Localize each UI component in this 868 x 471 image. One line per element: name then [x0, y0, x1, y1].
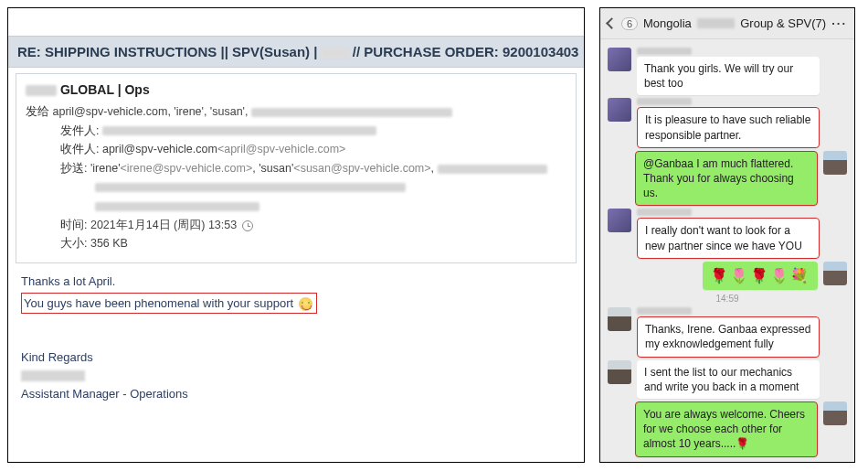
redacted-chip [438, 165, 547, 174]
chat-title-prefix: Mongolia [643, 16, 692, 30]
cc2: 'susan' [259, 162, 293, 175]
to-value-dim: <april@spv-vehicle.com> [217, 143, 346, 155]
message-row: Thanks, Irene. Ganbaa expressed my exkno… [608, 307, 847, 357]
message-row: Thank you girls. We will try our best to… [608, 48, 847, 95]
avatar[interactable] [608, 209, 631, 232]
message-row: I sent the list to our mechanics and wri… [608, 360, 847, 399]
email-body: Thanks a lot April. You guys have been p… [8, 263, 584, 412]
cc1: 'irene' [90, 162, 121, 175]
cc2-dim: <susan@spv-vehicle.com> [293, 162, 430, 175]
redacted-chip [102, 126, 376, 135]
message-row-self: 🌹🌷🌹🌷💐 [608, 262, 847, 291]
message-row: It is pleasure to have such reliable res… [608, 98, 847, 147]
body-highlight-line: You guys have been phenomenal with your … [21, 293, 317, 315]
email-header-block: GLOBAL | Ops 发给 april@spv-vehicle.com, '… [16, 73, 577, 263]
body-line-1: Thanks a lot April. [21, 273, 571, 291]
email-window: RE: SHIPPING INSTRUCTIONS || SPV(Susan) … [7, 7, 585, 463]
message-bubble-highlighted: It is pleasure to have such reliable res… [637, 107, 820, 147]
to-label: 收件人: [60, 143, 102, 155]
email-subject: RE: SHIPPING INSTRUCTIONS || SPV(Susan) … [8, 36, 584, 68]
message-bubble-self: 🌹🌷🌹🌷💐 [703, 262, 818, 291]
subject-text-prefix: RE: SHIPPING INSTRUCTIONS || SPV(Susan) … [17, 44, 322, 59]
message-bubble-highlighted: I really don't want to look for a new pa… [637, 218, 820, 258]
redacted-chip [322, 48, 349, 59]
size-value: 356 KB [90, 237, 128, 250]
redacted-chip [697, 18, 735, 28]
cc-line: 抄送: 'irene'<irene@spv-vehicle.com>, 'sus… [60, 159, 566, 178]
from-line: 发件人: [60, 122, 566, 141]
to-value: april@spv-vehicle.com [102, 143, 217, 155]
cc-line-2 [60, 178, 566, 198]
avatar-self[interactable] [823, 262, 847, 285]
sent-to-value: april@spv-vehicle.com, 'irene', 'susan', [52, 105, 250, 118]
to-line: 收件人: april@spv-vehicle.com<april@spv-veh… [60, 140, 566, 159]
signature-title: Assistant Manager - Operations [21, 385, 571, 403]
from-label: 发件人: [60, 124, 102, 137]
message-bubble: I sent the list to our mechanics and wri… [637, 360, 820, 399]
redacted-chip [26, 85, 57, 96]
body-highlight-text: You guys have been phenomenal with your … [24, 296, 297, 310]
avatar[interactable] [608, 307, 631, 331]
sender-name-redacted [637, 48, 692, 55]
more-icon[interactable]: ··· [831, 16, 847, 30]
unread-badge: 6 [621, 17, 638, 30]
cc1-dim: <irene@spv-vehicle.com> [121, 162, 253, 175]
smile-emoji-icon [299, 297, 312, 311]
time-line: 时间: 2021年1月14日 (周四) 13:53 [60, 216, 566, 235]
message-bubble-self-highlighted: You are always welcome. Cheers for we ch… [635, 401, 818, 457]
email-toolbar [8, 8, 584, 36]
message-row-self: You are always welcome. Cheers for we ch… [608, 401, 847, 457]
message-row: I really don't want to look for a new pa… [608, 209, 847, 258]
chat-body[interactable]: Thank you girls. We will try our best to… [600, 39, 854, 462]
regards: Kind Regards [21, 348, 571, 367]
redacted-chip [95, 183, 406, 192]
back-icon[interactable] [606, 17, 618, 29]
avatar[interactable] [608, 360, 631, 384]
time-label: 时间: [60, 219, 90, 231]
sent-to-label: 发给 [26, 105, 52, 118]
cc-tail: , [431, 162, 438, 175]
time-value: 2021年1月14日 (周四) 13:53 [90, 219, 237, 231]
cc-line-3 [60, 197, 566, 216]
cc-label: 抄送: [60, 162, 90, 175]
clock-icon [242, 220, 253, 231]
timestamp: 14:59 [608, 294, 847, 304]
redacted-chip [251, 108, 452, 117]
sender-name-redacted [637, 98, 692, 105]
sent-to-line: 发给 april@spv-vehicle.com, 'irene', 'susa… [26, 102, 566, 122]
chat-title-suffix: Group & SPV(7) [740, 16, 826, 30]
chat-header: 6 Mongolia Group & SPV(7) ··· [600, 8, 854, 39]
size-label: 大小: [60, 237, 90, 250]
message-row-self: @Ganbaa I am much flattered. Thank you f… [608, 151, 847, 207]
chat-window: 6 Mongolia Group & SPV(7) ··· Thank you … [599, 7, 855, 463]
message-bubble: Thank you girls. We will try our best to… [637, 57, 820, 95]
subject-text-suffix: // PURCHASE ORDER: 9200103403 [349, 44, 579, 59]
avatar[interactable] [608, 48, 631, 71]
message-bubble-highlighted: Thanks, Irene. Ganbaa expressed my exkno… [637, 316, 820, 357]
sender-name-redacted [637, 307, 692, 315]
avatar-self[interactable] [823, 401, 847, 425]
avatar-self[interactable] [823, 151, 847, 175]
signature-name-redacted [21, 370, 85, 381]
size-line: 大小: 356 KB [60, 234, 566, 253]
sender-name-redacted [637, 209, 692, 216]
message-bubble-self-highlighted: @Ganbaa I am much flattered. Thank you f… [635, 151, 818, 207]
redacted-chip [95, 202, 259, 211]
avatar[interactable] [608, 98, 631, 122]
email-sender: GLOBAL | Ops [26, 80, 566, 101]
sender-suffix: GLOBAL | Ops [57, 82, 150, 97]
